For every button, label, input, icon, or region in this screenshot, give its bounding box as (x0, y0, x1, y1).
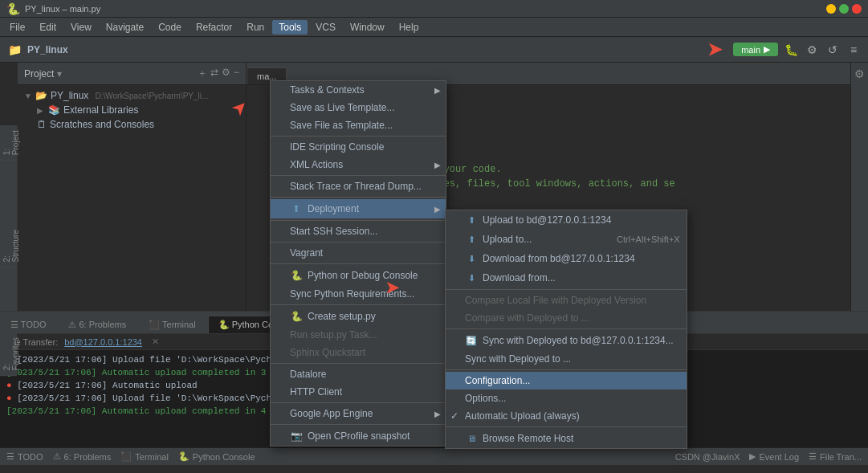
sep1 (271, 136, 446, 137)
menu-datalore[interactable]: Datalore (271, 365, 446, 383)
root-label: PY_linux (51, 90, 88, 101)
status-problems[interactable]: ⚠ 6: Problems (53, 451, 112, 462)
event-log-icon: ▶ (749, 451, 756, 462)
build-icon[interactable]: ⚙ (804, 42, 820, 58)
settings-icon[interactable]: ≡ (846, 42, 862, 58)
panel-controls: ＋ ⇄ ⚙ − (198, 67, 239, 80)
panel-settings-icon[interactable]: ⚙ (222, 67, 230, 80)
status-terminal[interactable]: ⬛ Terminal (120, 451, 169, 462)
external-label: External Libraries (63, 104, 138, 116)
deploy-browse-remote[interactable]: 🖥 Browse Remote Host (446, 429, 687, 448)
deploy-download-bd[interactable]: ⬇ Download from bd@127.0.0.1:1234 (446, 249, 687, 268)
menu-stack[interactable]: Stack Trace or Thread Dump... (271, 177, 446, 195)
external-icon: 📚 (48, 104, 60, 116)
menu-code[interactable]: Code (152, 20, 188, 35)
sep4 (271, 220, 446, 221)
menu-cprofile[interactable]: 📷 Open CProfile snapshot (271, 426, 446, 446)
menu-run[interactable]: Run (240, 20, 271, 35)
project-dropdown-icon[interactable]: ▾ (57, 68, 62, 80)
menu-xml[interactable]: XML Actions ▶ (271, 156, 446, 173)
tree-scratches[interactable]: 🗒 Scratches and Consoles (18, 117, 246, 132)
configuration-label: Configuration... (465, 375, 530, 386)
menu-http[interactable]: HTTP Client (271, 383, 446, 401)
download-from-icon: ⬇ (465, 271, 478, 284)
menu-ide-scripting[interactable]: IDE Scripting Console (271, 138, 446, 156)
menu-app-engine[interactable]: Google App Engine ▶ (271, 405, 446, 422)
title-bar-controls (826, 4, 862, 14)
status-event-log[interactable]: ▶ Event Log (749, 451, 799, 462)
status-python-console[interactable]: 🐍 Python Console (178, 451, 255, 462)
menu-python-debug[interactable]: 🐍 Python or Debug Console (271, 266, 446, 285)
sync-to-label: Sync with Deployed to ... (465, 353, 571, 365)
panel-sync-icon[interactable]: ⇄ (210, 67, 218, 80)
menu-bar: File Edit View Navigate Code Refactor Ru… (0, 18, 868, 37)
sync-py-label: Sync Python Requirements... (290, 288, 414, 300)
minimize-button[interactable] (826, 4, 836, 14)
tree-root-arrow: ▼ (24, 92, 32, 100)
project-label: Project (24, 68, 54, 80)
status-todo[interactable]: ☰ TODO (6, 451, 43, 462)
menu-save-live[interactable]: Save as Live Template... (271, 99, 446, 116)
menu-ssh[interactable]: Start SSH Session... (271, 222, 446, 240)
deploy-download-from[interactable]: ⬇ Download from... (446, 268, 687, 287)
deploy-sync-to[interactable]: Sync with Deployed to ... (446, 350, 687, 368)
sep5 (271, 242, 446, 243)
reload-icon[interactable]: ↺ (825, 42, 841, 58)
left-tab-bar: 1: Project 2: Structure 2: Favorites (0, 125, 18, 311)
tab-todo[interactable]: ☰ TODO (0, 316, 56, 333)
tree-root[interactable]: ▼ 📂 PY_linux D:\WorkSpace\Pycharm\PY_li.… (18, 88, 246, 103)
deploy-options[interactable]: Options... (446, 389, 687, 407)
panel-add-icon[interactable]: ＋ (198, 67, 207, 80)
csdn-label: CSDN @JiavinX (675, 452, 740, 462)
menu-sync-py[interactable]: Sync Python Requirements... (271, 285, 446, 303)
deploy-auto-upload[interactable]: ✓ Automatic Upload (always) (446, 407, 687, 425)
tree-external[interactable]: ▶ 📚 External Libraries (18, 103, 246, 117)
deploy-configuration[interactable]: Configuration... (446, 372, 687, 389)
right-settings-icon[interactable]: ⚙ (852, 66, 868, 82)
sep9 (271, 402, 446, 403)
deploy-upload-to[interactable]: ⬆ Upload to... Ctrl+Alt+Shift+X (446, 230, 687, 249)
menu-tasks[interactable]: Tasks & Contexts ▶ (271, 81, 446, 99)
run-button[interactable]: main ▶ (733, 43, 778, 56)
vagrant-label: Vagrant (290, 247, 323, 259)
menu-vagrant[interactable]: Vagrant (271, 244, 446, 262)
project-tab[interactable]: 1: Project (0, 125, 17, 161)
deploy-upload-bd[interactable]: ⬆ Upload to bd@127.0.0.1:1234 (446, 210, 687, 230)
tab-terminal[interactable]: ⬛ Terminal (138, 316, 206, 333)
status-file-transfer[interactable]: ☰ File Tran... (809, 451, 862, 462)
panel-collapse-icon[interactable]: − (234, 67, 239, 80)
problems-status-icon: ⚠ (53, 451, 61, 462)
menu-help[interactable]: Help (393, 20, 426, 35)
close-button[interactable] (852, 4, 862, 14)
python-status-icon: 🐍 (178, 451, 189, 462)
file-transfer-host[interactable]: bd@127.0.0.1:1234 (64, 337, 142, 347)
transfer-close-btn[interactable]: ✕ (152, 336, 159, 347)
structure-tab[interactable]: 2: Structure (0, 225, 17, 268)
maximize-button[interactable] (839, 4, 849, 14)
setup-icon: 🐍 (290, 310, 303, 323)
app-engine-arrow: ▶ (434, 410, 441, 418)
deploy-sync-bd[interactable]: 🔄 Sync with Deployed to bd@127.0.0.1:123… (446, 331, 687, 350)
menu-file[interactable]: File (3, 20, 31, 35)
menu-deployment[interactable]: ⬆ Deployment ▶ (271, 199, 446, 218)
terminal-icon: ⬛ (149, 320, 160, 329)
menu-sphinx: Sphinx Quickstart (271, 344, 446, 361)
ssh-label: Start SSH Session... (290, 226, 377, 237)
menu-edit[interactable]: Edit (33, 20, 63, 35)
menu-vcs[interactable]: VCS (309, 20, 342, 35)
http-label: HTTP Client (290, 386, 342, 398)
menu-create-setup[interactable]: 🐍 Create setup.py (271, 307, 446, 326)
favorites-tab[interactable]: 2: Favorites (0, 332, 17, 376)
debug-icon[interactable]: 🐛 (783, 42, 799, 58)
menu-view[interactable]: View (64, 20, 98, 35)
menu-tools[interactable]: Tools (272, 20, 308, 35)
menu-window[interactable]: Window (344, 20, 391, 35)
tab-problems[interactable]: ⚠ 6: Problems (58, 316, 137, 333)
status-csdn[interactable]: CSDN @JiavinX (675, 452, 740, 462)
menu-refactor[interactable]: Refactor (189, 20, 238, 35)
menu-save-file[interactable]: Save File as Template... (271, 116, 446, 134)
ide-scripting-label: IDE Scripting Console (290, 141, 384, 153)
compare-local-label: Compare Local File with Deployed Version (465, 295, 646, 306)
menu-navigate[interactable]: Navigate (100, 20, 150, 35)
app-engine-label: Google App Engine (290, 408, 373, 419)
